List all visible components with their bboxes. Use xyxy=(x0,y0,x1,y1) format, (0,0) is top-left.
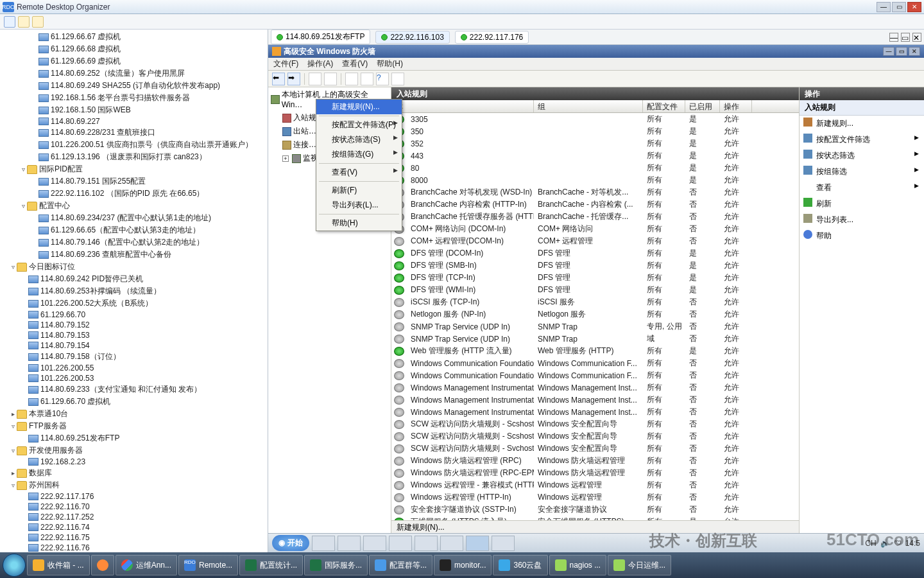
tree-item[interactable]: ▸数据库 xyxy=(0,467,268,479)
host-taskbar[interactable]: 收件箱 - ...运维Ann...RDORemote...配置统计...国际服务… xyxy=(0,552,924,578)
start-button[interactable]: ◉开始 xyxy=(272,535,309,551)
action-item[interactable]: 按组筛选 xyxy=(800,164,924,180)
rule-row[interactable]: Windows 防火墙远程管理 (RPC-EPMAP)Windows 防火墙远程… xyxy=(391,467,799,479)
tree-item[interactable]: 114.80.69.236 查航班配置中心备份 xyxy=(0,249,268,261)
taskbar-button[interactable]: 配置统计... xyxy=(239,555,303,575)
context-menu-item[interactable]: 按状态筛选(S) xyxy=(316,132,402,147)
action-item[interactable]: 帮助 xyxy=(800,228,924,244)
tree-item[interactable]: 114.80.79.146（配置中心默认第2走的地址） xyxy=(0,236,268,249)
menu-item[interactable]: 文件(F) xyxy=(273,58,298,69)
tree-item[interactable]: 192.168.1.56 老平台票号扫描软件服务器 xyxy=(0,92,268,104)
taskbar-button[interactable]: 运维Ann... xyxy=(116,555,177,575)
connection-tab[interactable]: 114.80.69.251发布FTP xyxy=(271,30,370,44)
tree-item[interactable]: ▿开发使用服务器 xyxy=(0,444,268,457)
tree-item[interactable]: 222.92.116.74 xyxy=(0,522,268,532)
rule-row[interactable]: Windows Management Instrumentation ...Wi… xyxy=(391,406,799,418)
firewall-toolbar[interactable]: ⬅ ➡ ? xyxy=(268,71,924,87)
back-icon[interactable]: ⬅ xyxy=(272,73,285,85)
rule-row[interactable]: DFS 管理 (SMB-In)DFS 管理所有是允许 xyxy=(391,259,799,272)
rule-row[interactable]: Windows 远程管理 - 兼容模式 (HTTP-In)Windows 远程管… xyxy=(391,479,799,491)
tree-item[interactable]: 222.92.116.70 xyxy=(0,502,268,512)
tree-item[interactable]: 61.129.66.65（配置中心默认第3走的地址） xyxy=(0,224,268,236)
remote-window-controls[interactable]: —▭✕ xyxy=(889,33,921,42)
help-icon[interactable]: ? xyxy=(376,73,389,85)
action-item[interactable]: 导出列表... xyxy=(800,212,924,228)
tree-item[interactable]: 222.92.116.75 xyxy=(0,532,268,543)
tree-item[interactable]: 222.92.116.76 xyxy=(0,543,268,552)
action-item[interactable]: 刷新 xyxy=(800,196,924,212)
remote-taskbar[interactable]: ◉开始 CH 🔊🛡 14:5 xyxy=(268,533,924,552)
context-menu-item[interactable]: 查看(V) xyxy=(316,165,402,180)
close-button[interactable]: ✕ xyxy=(909,47,920,56)
rule-row[interactable]: 8000所有是允许 xyxy=(391,174,799,186)
action-item[interactable]: 查看 xyxy=(800,180,924,196)
taskbar-item[interactable] xyxy=(389,536,412,551)
taskbar-button[interactable]: monitor... xyxy=(434,555,492,575)
rule-row[interactable]: 3305所有是允许 xyxy=(391,113,799,125)
rules-list[interactable]: 3305所有是允许350所有是允许352所有是允许443所有是允许80所有是允许… xyxy=(391,113,799,520)
minimize-button[interactable]: — xyxy=(877,2,891,12)
rule-row[interactable]: BranchCache 内容检索 (HTTP-In)BranchCache - … xyxy=(391,198,799,211)
firewall-tree[interactable]: 本地计算机 上的高级安全 Win… 入站规则 出站… 连接… +监视 新建规则(… xyxy=(268,87,391,533)
tree-item[interactable]: 114.80.69.242 PID暂停已关机 xyxy=(0,273,268,285)
taskbar-button[interactable]: nagios ... xyxy=(549,555,607,575)
tree-item[interactable]: 101.226.200.51 供应商扣票号（供应商自动出票开通账户） xyxy=(0,139,268,151)
tree-item[interactable]: ▿今日图标订位 xyxy=(0,261,268,273)
tree-item[interactable]: 114.80.69.251发布FTP xyxy=(0,432,268,444)
action-item[interactable]: 按状态筛选 xyxy=(800,148,924,164)
taskbar-button[interactable]: 收件箱 - ... xyxy=(27,555,90,575)
rule-row[interactable]: SNMP Trap Service (UDP In)SNMP Trap专用, 公… xyxy=(391,320,799,333)
taskbar-item[interactable] xyxy=(312,536,335,551)
tree-item[interactable]: 192.168.1.50 国际WEB xyxy=(0,104,268,116)
taskbar-item[interactable] xyxy=(415,536,438,551)
tree-item[interactable]: ▿国际PID配置 xyxy=(0,163,268,175)
rule-row[interactable]: Web 管理服务 (HTTP 流入量)Web 管理服务 (HTTP)所有是允许 xyxy=(391,345,799,357)
rule-row[interactable]: 350所有是允许 xyxy=(391,125,799,137)
toolbar-icon[interactable] xyxy=(324,73,337,85)
rule-row[interactable]: SNMP Trap Service (UDP In)SNMP Trap域否允许 xyxy=(391,333,799,345)
tree-item[interactable]: 61.129.66.70 虚拟机 xyxy=(0,396,268,408)
context-menu-item[interactable]: 导出列表(L)... xyxy=(316,198,402,213)
taskbar-item[interactable] xyxy=(466,536,489,551)
rule-row[interactable]: SCW 远程访问防火墙规则 - Scshost...Windows 安全配置向导… xyxy=(391,430,799,442)
tree-item[interactable]: ▿FTP服务器 xyxy=(0,420,268,432)
tree-item[interactable]: 114.80.79.154 xyxy=(0,340,268,351)
column-headers[interactable]: 称 组 配置文件 已启用 操作 xyxy=(391,100,799,113)
start-orb[interactable] xyxy=(3,554,26,577)
rule-row[interactable]: DFS 管理 (DCOM-In)DFS 管理所有是允许 xyxy=(391,247,799,259)
tree-item[interactable]: 222.92.117.252 xyxy=(0,512,268,522)
tree-item[interactable]: 114.80.79.153 xyxy=(0,330,268,340)
rule-row[interactable]: DFS 管理 (WMI-In)DFS 管理所有是允许 xyxy=(391,284,799,296)
menu-item[interactable]: 查看(V) xyxy=(342,58,368,69)
rule-row[interactable]: Windows Management Instrumentation ...Wi… xyxy=(391,381,799,394)
rule-row[interactable]: COM+ 网络访问 (DCOM-In)COM+ 网络访问所有否允许 xyxy=(391,223,799,235)
tree-item[interactable]: 101.226.200.53 xyxy=(0,373,268,383)
tree-item[interactable]: 114.80.79.152 xyxy=(0,320,268,330)
tree-item[interactable]: 114.80.69.252（续流量）客户使用黑屏 xyxy=(0,67,268,80)
action-item[interactable]: 按配置文件筛选 xyxy=(800,132,924,148)
tree-item[interactable]: 192.168.2.23 xyxy=(0,457,268,467)
close-button[interactable]: ✕ xyxy=(907,2,921,12)
tree-item[interactable]: 61.129.66.68 虚拟机 xyxy=(0,43,268,55)
tree-item[interactable]: 61.129.66.67 虚拟机 xyxy=(0,31,268,43)
toolbar-icon[interactable] xyxy=(309,73,321,85)
tree-item[interactable]: 114.80.79.151 国际255配置 xyxy=(0,175,268,188)
tree-item[interactable]: 222.92.117.176 xyxy=(0,491,268,502)
rule-row[interactable]: 443所有是允许 xyxy=(391,150,799,162)
minimize-button[interactable]: — xyxy=(883,47,894,56)
tree-item[interactable]: 114.80.69.233（支付宝通知 和汇付通知 发布） xyxy=(0,383,268,396)
maximize-button[interactable]: ▭ xyxy=(896,47,907,56)
taskbar-item[interactable] xyxy=(492,536,515,551)
toolbar-icon[interactable] xyxy=(4,16,15,28)
menu-item[interactable]: 操作(A) xyxy=(307,58,333,69)
maximize-button[interactable]: ▭ xyxy=(892,2,906,12)
tree-item[interactable]: ▿配置中心 xyxy=(0,200,268,212)
context-menu-item[interactable]: 帮助(H) xyxy=(316,216,402,231)
menu-item[interactable]: 帮助(H) xyxy=(377,58,403,69)
context-menu-item[interactable]: 按组筛选(G) xyxy=(316,147,402,162)
tree-item[interactable]: 114.80.69.249 SHA255 (订单自动化软件发布app) xyxy=(0,80,268,92)
rule-row[interactable]: COM+ 远程管理(DCOM-In)COM+ 远程管理所有否允许 xyxy=(391,235,799,247)
tree-item[interactable]: 114.80.79.158（订位） xyxy=(0,351,268,363)
tree-item[interactable]: ▸本票通10台 xyxy=(0,408,268,420)
taskbar-button[interactable]: 今日运维... xyxy=(608,555,671,575)
